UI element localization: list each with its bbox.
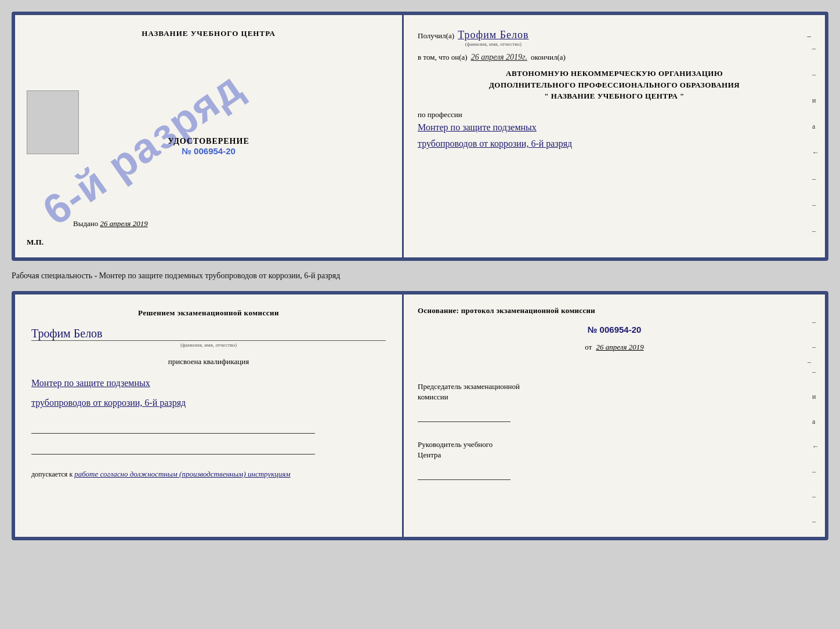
ot-date-block: от 26 апреля 2019 — [418, 343, 811, 352]
diagonal-stamp: 6-й разряд — [12, 12, 280, 261]
right-side-lines-bottom: – – – и а ← – – – – — [812, 318, 819, 540]
rukovoditel-line2: Центра — [418, 450, 441, 459]
mp-block: М.П. — [27, 238, 44, 247]
ot-label: от — [585, 343, 592, 351]
profession-bottom-block: Монтер по защите подземных трубопроводов… — [31, 372, 386, 412]
resheniem-label: Решением экзаменационной комиссии — [31, 308, 386, 318]
predsedatel-block: Председатель экзаменационной комиссии — [418, 381, 811, 422]
protocol-number: № 006954-20 — [418, 325, 811, 335]
person-name-bottom: Трофим Белов — [31, 327, 386, 340]
predsedatel-text: Председатель экзаменационной комиссии — [418, 381, 811, 402]
person-name-block: Трофим Белов (фамилия, имя, отчество) — [31, 323, 386, 348]
udost-number: № 006954-20 — [168, 146, 249, 156]
right-side-lines-top: – – и а ← – – – – — [812, 44, 819, 261]
vtom-row: в том, что он(а) 26 апреля 2019г. окончи… — [418, 53, 811, 62]
dopuskaetsya-block: допускается к работе согласно должностны… — [31, 468, 386, 481]
rukovoditel-sign-line — [418, 468, 510, 480]
underline-2 — [31, 444, 315, 455]
po-professii-block: по профессии Монтер по защите подземных … — [418, 110, 811, 153]
underlines-block — [31, 423, 386, 455]
underline-1 — [31, 423, 315, 434]
okonchil-label: окончил(а) — [531, 53, 566, 62]
dopuskaetsya-text: работе согласно должностным (производств… — [74, 470, 290, 478]
vtom-label: в том, что он(а) — [418, 53, 468, 62]
prisvoyena-label: присвоена квалификация — [31, 357, 386, 366]
poluchil-row: Получил(a) Трофим Белов (фамилия, имя, о… — [418, 29, 811, 47]
bottom-document: Решением экзаменационной комиссии Трофим… — [12, 291, 828, 540]
fio-label-bottom: (фамилия, имя, отчество) — [31, 340, 386, 348]
profession-line2-top: трубопроводов от коррозии, 6-й разряд — [418, 136, 811, 152]
top-document: НАЗВАНИЕ УЧЕБНОГО ЦЕНТРА 6-й разряд УДОС… — [12, 12, 828, 261]
profession-line2-bottom: трубопроводов от коррозии, 6-й разряд — [31, 394, 386, 412]
top-doc-right: Получил(a) Трофим Белов (фамилия, имя, о… — [404, 15, 825, 257]
org-line3: " НАЗВАНИЕ УЧЕБНОГО ЦЕНТРА " — [418, 90, 811, 102]
bottom-doc-left: Решением экзаменационной комиссии Трофим… — [15, 294, 404, 537]
profession-line1-bottom: Монтер по защите подземных — [31, 375, 386, 392]
middle-text: Рабочая специальность - Монтер по защите… — [12, 268, 828, 284]
predsedatel-sign-line — [418, 410, 510, 422]
predsedatel-line2: комиссии — [418, 392, 448, 401]
udost-title: УДОСТОВЕРЕНИЕ — [168, 137, 249, 146]
profession-line1-top: Монтер по защите подземных — [418, 119, 811, 136]
rukovoditel-block: Руководитель учебного Центра — [418, 439, 811, 480]
poluchil-name: Трофим Белов — [458, 29, 528, 41]
poluchil-label: Получил(a) — [418, 31, 454, 41]
ot-date: 26 апреля 2019 — [596, 343, 644, 351]
rukovoditel-line1: Руководитель учебного — [418, 440, 493, 449]
org-line2: ДОПОЛНИТЕЛЬНОГО ПРОФЕССИОНАЛЬНОГО ОБРАЗО… — [418, 79, 811, 91]
predsedatel-line1: Председатель экзаменационной — [418, 382, 520, 391]
po-professii-label: по профессии — [418, 110, 462, 119]
rukovoditel-text: Руководитель учебного Центра — [418, 439, 811, 460]
fio-label-top: (фамилия, имя, отчество) — [458, 41, 528, 47]
org-line1: АВТОНОМНУЮ НЕКОММЕРЧЕСКУЮ ОРГАНИЗАЦИЮ — [418, 68, 811, 79]
dash1: – — [807, 31, 811, 41]
vtom-date: 26 апреля 2019г. — [471, 53, 527, 62]
top-doc-left: НАЗВАНИЕ УЧЕБНОГО ЦЕНТРА 6-й разряд УДОС… — [15, 15, 404, 257]
bottom-doc-right: Основание: протокол экзаменационной коми… — [404, 294, 825, 537]
udostoverenie-block: УДОСТОВЕРЕНИЕ № 006954-20 — [168, 137, 249, 156]
dopuskaetsya-label: допускается к — [31, 470, 73, 478]
org-block: АВТОНОМНУЮ НЕКОММЕРЧЕСКУЮ ОРГАНИЗАЦИЮ ДО… — [418, 68, 811, 102]
osnovanie-label: Основание: протокол экзаменационной коми… — [418, 306, 811, 315]
